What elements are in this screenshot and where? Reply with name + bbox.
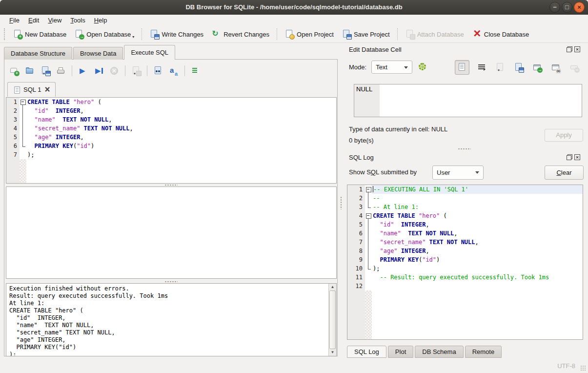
dock-splitter[interactable] <box>344 148 584 150</box>
format-lines-icon <box>191 66 201 76</box>
maximize-button[interactable]: □ <box>562 2 572 13</box>
submitted-by-select[interactable]: User <box>432 166 484 180</box>
code-text[interactable]: "id" INTEGER, <box>372 220 583 229</box>
close-database-button[interactable]: Close Database <box>468 27 533 41</box>
menu-help[interactable]: Help <box>90 16 112 25</box>
fold-marker-icon[interactable] <box>365 211 372 220</box>
save-sql-file-button[interactable]: ▾ <box>40 65 51 77</box>
results-splitter[interactable] <box>4 280 337 283</box>
code-text[interactable]: ); <box>26 150 336 159</box>
sql-log-view[interactable]: 1-- EXECUTING ALL IN 'SQL 1'2--3-- At li… <box>347 185 583 340</box>
clear-button[interactable]: Clear <box>545 166 584 180</box>
code-text[interactable]: "name" TEXT NOT NULL, <box>372 229 583 238</box>
code-text[interactable]: "id" INTEGER, <box>26 106 336 115</box>
code-text[interactable]: "age" INTEGER, <box>26 133 336 142</box>
code-text[interactable]: CREATE TABLE "hero" ( <box>26 98 336 106</box>
code-text[interactable]: "secret_name" TEXT NOT NULL, <box>372 238 583 247</box>
code-text[interactable]: -- <box>372 194 583 203</box>
execution-log[interactable]: Execution finished without errors. Resul… <box>6 283 337 356</box>
fold-marker-icon[interactable] <box>20 98 26 106</box>
menu-edit[interactable]: Edit <box>24 16 43 25</box>
minimize-button[interactable]: − <box>549 2 560 13</box>
code-text[interactable]: PRIMARY KEY("id") <box>372 255 583 264</box>
code-line: 5 "age" INTEGER, <box>6 133 336 142</box>
open-sql-file-button[interactable] <box>24 65 36 77</box>
code-text[interactable]: "name" TEXT NOT NULL, <box>26 115 336 124</box>
code-text[interactable] <box>372 282 583 290</box>
execution-log-scrollbar[interactable]: ▲ ▼ <box>328 284 336 356</box>
fold-margin <box>365 247 372 255</box>
text-mode-button[interactable] <box>455 60 469 75</box>
main-toolbar: New DatabaseOpen Database▾Write ChangesR… <box>0 26 588 43</box>
code-text[interactable]: -- At line 1: <box>372 203 583 211</box>
mode-select[interactable]: Text <box>371 61 412 74</box>
print-button[interactable] <box>55 65 67 77</box>
tab-remote[interactable]: Remote <box>465 346 502 358</box>
open-database-button[interactable]: Open Database▾ <box>70 27 138 41</box>
code-text[interactable]: -- EXECUTING ALL IN 'SQL 1' <box>372 185 583 194</box>
scroll-up-icon[interactable]: ▲ <box>329 284 336 290</box>
line-number: 5 <box>6 133 20 142</box>
tab-plot[interactable]: Plot <box>388 346 413 358</box>
menu-tools[interactable]: Tools <box>66 16 89 25</box>
fold-margin <box>365 273 372 282</box>
revert-changes-button[interactable]: Revert Changes <box>207 27 273 41</box>
sql-editor[interactable]: 1CREATE TABLE "hero" (2 "id" INTEGER,3 "… <box>6 97 337 184</box>
execute-all-button[interactable] <box>77 65 89 77</box>
title-bar[interactable]: DB Browser for SQLite - /home/user/code/… <box>0 0 588 15</box>
dock-close-icon[interactable]: × <box>574 154 580 160</box>
toolbar-handle[interactable] <box>4 28 7 40</box>
toolbar-button-label: Revert Changes <box>223 31 269 38</box>
copy-link-button[interactable] <box>549 61 562 74</box>
dock-float-icon[interactable] <box>567 154 572 160</box>
tab-execute-sql[interactable]: Execute SQL <box>124 45 175 60</box>
save-project-button[interactable]: Save Project <box>338 27 394 41</box>
open-external-button[interactable] <box>531 61 544 74</box>
tab-sql-log[interactable]: SQL Log <box>347 346 386 358</box>
menu-view[interactable]: View <box>43 16 66 25</box>
tab-database-structure[interactable]: Database Structure <box>4 47 72 60</box>
format-lines-button[interactable] <box>190 65 202 77</box>
code-line: 7 "secret_name" TEXT NOT NULL, <box>347 238 583 247</box>
open-sql-file-icon <box>25 66 35 76</box>
tab-db-schema[interactable]: DB Schema <box>415 346 463 358</box>
results-pane[interactable] <box>6 186 337 279</box>
mode-row: Mode: Text <box>349 60 429 74</box>
scrollbar-thumb[interactable] <box>329 290 336 349</box>
open-project-button[interactable]: Open Project <box>281 27 338 41</box>
dock-float-icon[interactable] <box>567 46 572 52</box>
panel-splitter[interactable] <box>339 45 344 359</box>
line-number: 10 <box>347 264 365 273</box>
code-text[interactable]: CREATE TABLE "hero" ( <box>372 211 583 220</box>
menu-file[interactable]: File <box>5 16 24 25</box>
execute-line-button[interactable] <box>93 65 104 77</box>
code-text[interactable]: ); <box>372 264 583 273</box>
new-database-button[interactable]: New Database <box>9 27 70 41</box>
code-text[interactable]: PRIMARY KEY("id") <box>26 142 336 150</box>
export-data-button[interactable] <box>512 61 525 74</box>
new-tab-button[interactable] <box>8 65 20 77</box>
resize-grip-icon[interactable] <box>580 365 587 372</box>
write-changes-button[interactable]: Write Changes <box>145 27 207 41</box>
fold-margin <box>20 106 26 115</box>
editor-splitter[interactable] <box>4 184 337 186</box>
fold-marker-icon[interactable] <box>365 185 372 194</box>
code-text[interactable]: "secret_name" TEXT NOT NULL, <box>26 124 336 133</box>
cell-editor[interactable]: NULL <box>354 84 582 117</box>
find-button[interactable] <box>152 65 164 77</box>
sql-tab[interactable]: SQL 1 × <box>7 82 56 97</box>
code-line: 4 "secret_name" TEXT NOT NULL, <box>6 124 336 133</box>
close-button[interactable]: × <box>574 2 585 13</box>
code-text[interactable]: "age" INTEGER, <box>372 247 583 255</box>
scroll-down-icon[interactable]: ▼ <box>329 349 336 356</box>
cell-value: NULL <box>354 84 380 117</box>
code-line: 10); <box>347 264 583 273</box>
tab-browse-data[interactable]: Browse Data <box>73 47 123 60</box>
tab-close-icon[interactable]: × <box>44 86 50 93</box>
code-text[interactable]: -- Result: query executed successfully. … <box>372 273 583 282</box>
apply-settings-button[interactable] <box>416 61 429 73</box>
auto-complete-button[interactable] <box>168 65 180 77</box>
word-wrap-button[interactable] <box>475 61 488 74</box>
write-changes-icon <box>149 29 159 39</box>
dock-close-icon[interactable]: × <box>574 46 580 52</box>
